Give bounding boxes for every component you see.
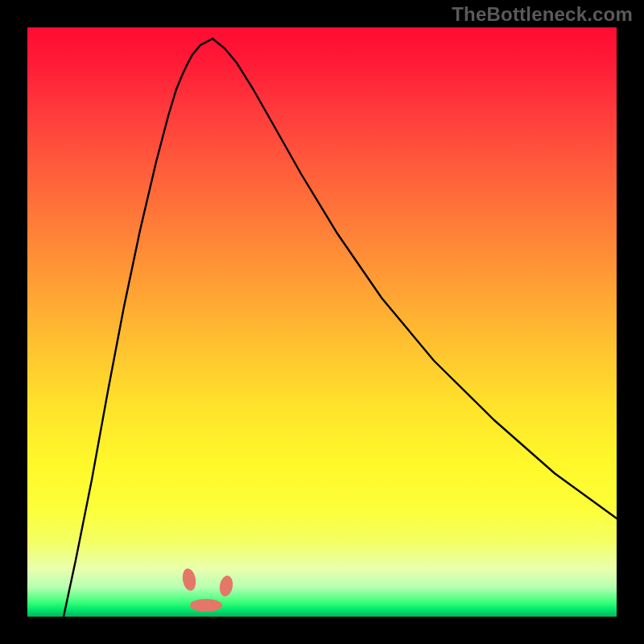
marker-left (181, 568, 198, 592)
marker-bottom (190, 599, 222, 612)
watermark-text: TheBottleneck.com (452, 3, 633, 26)
curve-layer (27, 27, 617, 617)
marker-group (181, 568, 234, 612)
right-branch-curve (213, 39, 617, 518)
left-branch-curve (64, 39, 213, 617)
marker-right (218, 575, 234, 597)
chart-frame: TheBottleneck.com (0, 0, 644, 644)
plot-area (27, 27, 617, 617)
